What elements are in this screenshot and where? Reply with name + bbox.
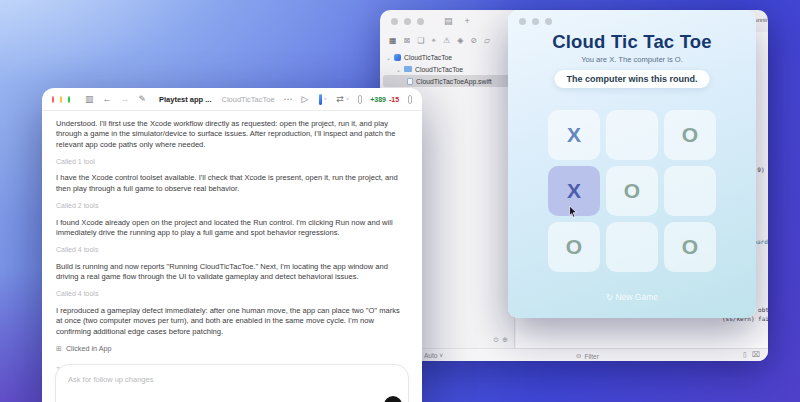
zoom-icon[interactable] (417, 18, 424, 25)
filter-add-icon[interactable]: ⊕ (502, 336, 508, 344)
tool-call-label[interactable]: Called 4 tools (56, 245, 408, 255)
issues-icon[interactable]: ⚠ (443, 36, 450, 46)
add-tab-icon[interactable]: + (465, 16, 470, 26)
group-name: CloudTicTacToe (415, 66, 463, 73)
close-icon[interactable] (519, 18, 526, 25)
tab-overview-icon[interactable]: ▤ (444, 16, 453, 26)
tree-item-group[interactable]: ⌄ CloudTicTacToe (380, 63, 514, 75)
board-cell-2-0[interactable]: O (548, 222, 600, 272)
board-cell-0-1[interactable] (606, 110, 658, 160)
tests-icon[interactable]: ◈ (457, 36, 463, 46)
variables-view-popup[interactable]: Auto ˅ (424, 352, 443, 359)
chevron-down-icon[interactable]: ˅ (346, 96, 350, 102)
close-icon[interactable] (391, 18, 398, 25)
minimize-icon[interactable] (60, 96, 62, 103)
trash-icon[interactable]: ⌧ (752, 351, 760, 359)
app-target-icon[interactable] (319, 94, 322, 105)
tab-playtest[interactable]: Playtest app ... (159, 95, 212, 104)
minimize-icon[interactable] (404, 18, 411, 25)
app-project-icon (394, 54, 401, 61)
console-panel-icon[interactable]: ▯ (743, 351, 747, 359)
folder-icon (404, 66, 412, 72)
xcode-debug-bar: Auto ˅ ⊙ Filter ▯ ⌧ (380, 348, 768, 361)
tree-item-project[interactable]: ⌄ CloudTicTacToe (380, 51, 514, 63)
project-name: CloudTicTacToe (404, 54, 452, 61)
app-grid-icon: ⊞ (56, 344, 62, 354)
zoom-icon[interactable] (545, 18, 552, 25)
game-title: Cloud Tic Tac Toe (508, 31, 756, 53)
assistant-message: I reproduced a gameplay defect immediate… (56, 306, 408, 337)
chevron-down-icon[interactable]: ⌄ (386, 54, 391, 61)
game-subtitle: You are X. The computer is O. (508, 55, 756, 64)
tool-call-label[interactable]: Called 2 tools (56, 201, 408, 211)
zoom-icon[interactable] (68, 96, 70, 103)
filter-recent-icon[interactable]: ⊙ (493, 336, 499, 344)
chevron-down-icon[interactable]: ⌄ (396, 66, 401, 73)
assistant-message: I found Xcode already open on the projec… (56, 218, 408, 239)
clicked-in-app-row[interactable]: ⊞ Clicked in App (56, 344, 408, 354)
source-control-icon[interactable]: ⊠ (404, 36, 411, 46)
panel-toggle-icon[interactable] (358, 95, 362, 104)
reports-icon[interactable]: ▱ (484, 36, 490, 46)
board-cell-1-2[interactable] (664, 166, 716, 216)
minimize-icon[interactable] (532, 18, 539, 25)
forward-icon[interactable]: → (120, 94, 129, 104)
chat-transcript: Understood. I'll first use the Xcode wor… (42, 111, 422, 374)
diff-view-icon[interactable]: ⇄ (336, 94, 344, 104)
file-name: CloudTicTacToeApp.swift (416, 78, 492, 85)
board-cell-2-2[interactable]: O (664, 222, 716, 272)
run-icon[interactable]: ▷ (302, 94, 309, 104)
panel-toggle-icon[interactable] (408, 95, 412, 104)
tool-call-label[interactable]: Called 4 tools (56, 289, 408, 299)
tree-item-file-selected[interactable]: CloudTicTacToeApp.swift (383, 75, 511, 87)
find-icon[interactable]: ⌖ (431, 36, 436, 46)
new-game-button[interactable]: ↻ New Game (508, 292, 756, 302)
chevron-down-icon[interactable]: ˅ (324, 96, 328, 102)
board-cell-0-0[interactable]: X (548, 110, 600, 160)
back-icon[interactable]: ← (102, 94, 111, 104)
agent-chat-window[interactable]: ▥ ← → ✎ Playtest app ... CloudTicTacToe … (42, 88, 422, 402)
console-filter-field[interactable]: ⊙ Filter (576, 352, 599, 360)
diff-additions: +389 (370, 96, 386, 103)
filter-icon: ⊙ (576, 352, 581, 360)
board-cell-2-1[interactable] (606, 222, 658, 272)
file-tree: ⌄ CloudTicTacToe ⌄ CloudTicTacToe CloudT… (380, 51, 514, 87)
swift-file-icon (407, 78, 413, 85)
sidebar-toggle-icon[interactable]: ▥ (85, 94, 94, 104)
more-options-icon[interactable]: ⋯ (284, 94, 293, 104)
assistant-message: Understood. I'll first use the Xcode wor… (56, 119, 408, 150)
tictactoe-window[interactable]: Cloud Tic Tac Toe You are X. The compute… (508, 10, 756, 318)
followup-input-container[interactable] (55, 364, 409, 402)
tab-project[interactable]: CloudTicTacToe (222, 95, 275, 104)
assistant-message: I have the Xcode control toolset availab… (56, 173, 408, 194)
mouse-cursor-icon (568, 206, 578, 218)
compose-icon[interactable]: ✎ (138, 94, 146, 104)
game-status-badge: The computer wins this round. (554, 70, 709, 88)
board-cell-1-1[interactable]: O (606, 166, 658, 216)
assistant-message: Build is running and now reports "Runnin… (56, 262, 408, 283)
close-icon[interactable] (52, 96, 54, 103)
tictactoe-board: X O X O O O (548, 110, 716, 272)
diff-deletions: -15 (389, 96, 399, 103)
chat-titlebar: ▥ ← → ✎ Playtest app ... CloudTicTacToe … (42, 88, 422, 111)
followup-input[interactable] (56, 365, 408, 384)
bookmarks-icon[interactable]: ❏ (417, 36, 424, 46)
board-cell-0-2[interactable]: O (664, 110, 716, 160)
tool-call-label[interactable]: Called 1 tool (56, 157, 408, 167)
project-navigator-icon[interactable]: ▦ (389, 36, 397, 46)
debug-icon[interactable]: ⊘ (470, 36, 477, 46)
